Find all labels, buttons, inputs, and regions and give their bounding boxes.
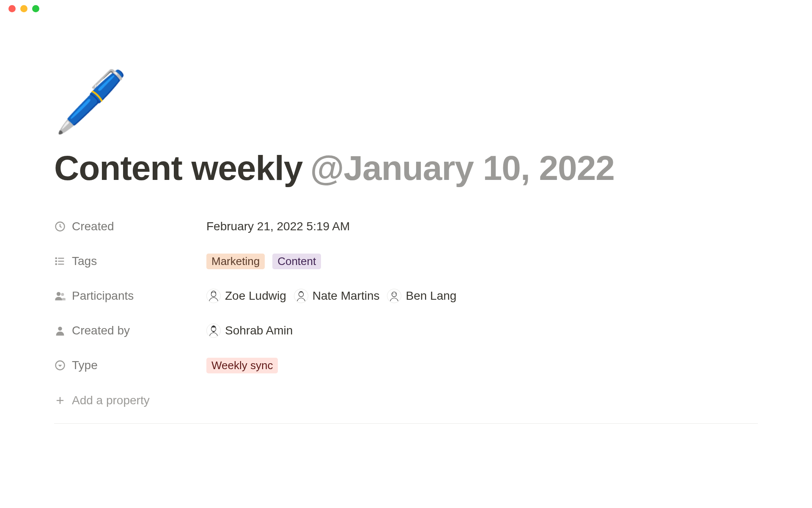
people-icon [54,290,66,302]
title-text: Content weekly [54,148,302,188]
property-value-created[interactable]: February 21, 2022 5:19 AM [206,220,350,233]
property-key-type[interactable]: Type [54,359,206,372]
property-key-created[interactable]: Created [54,220,206,233]
add-property-label: Add a property [72,394,150,407]
participant-name: Nate Martins [313,289,380,303]
property-created: Created February 21, 2022 5:19 AM [54,209,758,244]
participant-name: Zoe Ludwig [225,289,286,303]
svg-point-17 [58,327,62,331]
property-tags: Tags Marketing Content [54,244,758,279]
select-icon [54,359,66,371]
avatar [387,289,401,303]
fullscreen-window-button[interactable] [32,5,39,12]
svg-point-9 [207,289,220,303]
type-tag[interactable]: Weekly sync [206,358,278,373]
tag-content[interactable]: Content [272,254,321,269]
list-icon [54,255,66,267]
participant[interactable]: Nate Martins [294,289,380,303]
property-key-participants[interactable]: Participants [54,289,206,303]
svg-point-13 [387,289,401,303]
svg-point-5 [56,261,57,262]
page-content: 🖊️ Content weekly @January 10, 2022 Crea… [0,17,812,424]
svg-point-6 [56,264,57,265]
property-list: Created February 21, 2022 5:19 AM Tags [54,209,758,424]
person-icon [54,325,66,337]
clock-icon [54,221,66,232]
svg-point-7 [57,292,60,296]
property-key-tags[interactable]: Tags [54,254,206,268]
participant-name: Ben Lang [406,289,456,303]
page-title[interactable]: Content weekly @January 10, 2022 [54,148,758,188]
property-value-created-by[interactable]: Sohrab Amin [206,323,293,338]
participant[interactable]: Zoe Ludwig [206,289,286,303]
property-key-created-by[interactable]: Created by [54,324,206,337]
svg-point-16 [395,293,396,294]
page-icon[interactable]: 🖊️ [54,72,128,131]
property-value-participants[interactable]: Zoe Ludwig Nate Martins Ben Lang [206,289,456,303]
window-titlebar [0,0,812,17]
property-label: Type [72,359,98,372]
close-window-button[interactable] [8,5,16,12]
property-label: Created by [72,324,130,337]
property-label: Tags [72,254,97,268]
creator-name: Sohrab Amin [225,324,293,337]
app-window: 🖊️ Content weekly @January 10, 2022 Crea… [0,0,812,508]
avatar [294,289,308,303]
property-type: Type Weekly sync [54,348,758,383]
svg-point-4 [56,258,57,259]
tag-marketing[interactable]: Marketing [206,254,265,269]
add-property-button[interactable]: Add a property [54,385,758,416]
property-value-tags[interactable]: Marketing Content [206,254,321,269]
plus-icon [54,395,66,406]
participant[interactable]: Ben Lang [387,289,456,303]
divider [54,423,758,424]
title-date-mention: @January 10, 2022 [310,148,614,188]
property-label: Participants [72,289,134,303]
svg-point-15 [393,293,394,294]
avatar [206,289,221,303]
created-timestamp: February 21, 2022 5:19 AM [206,220,350,233]
property-created-by: Created by Sohrab Amin [54,313,758,348]
property-participants: Participants Zoe Ludwig Nate Martins [54,279,758,313]
property-label: Created [72,220,114,233]
property-value-type[interactable]: Weekly sync [206,358,278,373]
creator[interactable]: Sohrab Amin [206,323,293,338]
minimize-window-button[interactable] [20,5,27,12]
avatar [206,323,221,338]
svg-point-8 [61,293,64,296]
